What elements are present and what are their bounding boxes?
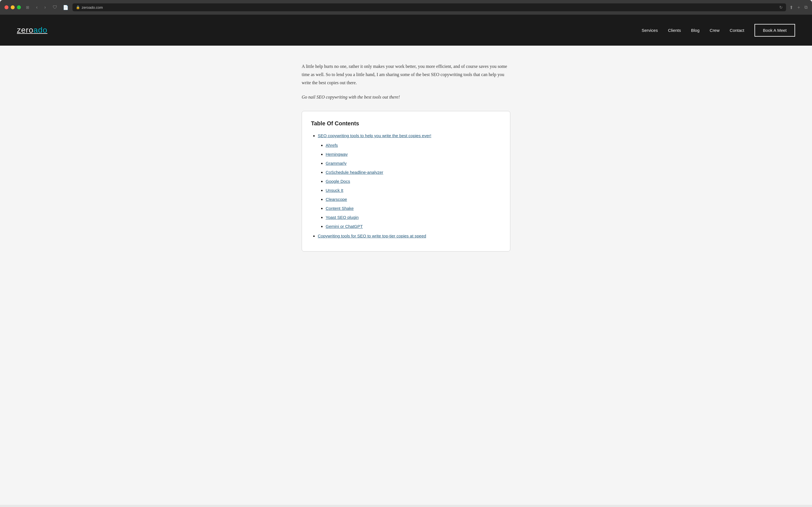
toc-subitem-content-shake: Content Shake (326, 205, 499, 212)
traffic-lights (4, 5, 21, 9)
toc-link-grammarly[interactable]: Grammarly (326, 161, 347, 166)
shield-icon[interactable]: 🛡 (51, 4, 59, 10)
toc-link-clearscope[interactable]: Clearscope (326, 197, 347, 202)
nav-services[interactable]: Services (642, 28, 658, 33)
book-a-meet-button[interactable]: Book A Meet (755, 24, 795, 37)
toc-subitem-hemingway: Hemingway (326, 151, 499, 158)
toc-link-yoast[interactable]: Yoast SEO plugin (326, 215, 359, 220)
toc-subitem-yoast: Yoast SEO plugin (326, 214, 499, 221)
lock-icon: 🔒 (76, 5, 80, 9)
toc-subitem-clearscope: Clearscope (326, 196, 499, 203)
toc-subitem-gemini-chatgpt: Gemini or ChatGPT (326, 223, 499, 230)
browser-titlebar: ⊞ ‹ › 🛡 📄 🔒 zeroado.com ↻ ⬆ ＋ ⧉ (0, 0, 812, 15)
share-button[interactable]: ⬆ (790, 5, 793, 10)
toc-link-hemingway[interactable]: Hemingway (326, 152, 348, 157)
logo-zero: zero (17, 25, 33, 34)
toc-link-unsuck-it[interactable]: Unsuck It (326, 188, 343, 193)
webpage: zeroado Services Clients Blog Crew Conta… (0, 15, 812, 505)
close-button[interactable] (4, 5, 8, 9)
toc-list: SEO copywriting tools to help you write … (311, 132, 499, 239)
sidebar-toggle-button[interactable]: ⊞ (24, 4, 31, 10)
main-content: A little help hurts no one, rather it on… (296, 46, 516, 263)
browser-window: ⊞ ‹ › 🛡 📄 🔒 zeroado.com ↻ ⬆ ＋ ⧉ zeroado (0, 0, 812, 505)
browser-actions: ⬆ ＋ ⧉ (790, 4, 808, 10)
tabs-overview-button[interactable]: ⧉ (804, 5, 808, 10)
logo-ado: ado (33, 25, 47, 34)
new-tab-button[interactable]: ＋ (797, 4, 801, 10)
nav-contact[interactable]: Contact (730, 28, 744, 33)
address-bar-container: 🛡 📄 🔒 zeroado.com ↻ (51, 3, 786, 11)
reader-icon[interactable]: 📄 (61, 4, 70, 11)
toc-title: Table Of Contents (311, 120, 499, 127)
main-navigation: zeroado Services Clients Blog Crew Conta… (0, 15, 812, 46)
nav-blog[interactable]: Blog (691, 28, 700, 33)
toc-subitem-grammarly: Grammarly (326, 160, 499, 167)
toc-item-1: SEO copywriting tools to help you write … (318, 132, 499, 230)
toc-link-copywriting-speed[interactable]: Copywriting tools for SEO to write top-t… (318, 233, 426, 238)
forward-button[interactable]: › (43, 4, 47, 10)
toc-link-google-docs[interactable]: Google Docs (326, 179, 350, 184)
address-text: zeroado.com (82, 5, 103, 10)
nav-clients[interactable]: Clients (668, 28, 681, 33)
toc-subitem-google-docs: Google Docs (326, 178, 499, 185)
table-of-contents: Table Of Contents SEO copywriting tools … (302, 111, 510, 251)
toc-link-seo-tools[interactable]: SEO copywriting tools to help you write … (318, 133, 432, 138)
minimize-button[interactable] (11, 5, 15, 9)
italic-line: Go nail SEO copywriting with the best to… (302, 95, 510, 100)
toc-subitem-coschedule: CoSchedule headline-analyzer (326, 169, 499, 176)
intro-paragraph: A little help hurts no one, rather it on… (302, 62, 510, 87)
address-bar[interactable]: 🔒 zeroado.com ↻ (72, 3, 786, 11)
toc-link-gemini-chatgpt[interactable]: Gemini or ChatGPT (326, 224, 363, 229)
logo[interactable]: zeroado (17, 25, 47, 35)
toc-item-2: Copywriting tools for SEO to write top-t… (318, 233, 499, 239)
toc-link-ahrefs[interactable]: Ahrefs (326, 143, 338, 148)
maximize-button[interactable] (17, 5, 21, 9)
toc-link-content-shake[interactable]: Content Shake (326, 206, 354, 211)
reload-icon[interactable]: ↻ (779, 5, 783, 10)
nav-crew[interactable]: Crew (710, 28, 719, 33)
toc-sublist-1: Ahrefs Hemingway Grammarly CoSchedule he… (318, 142, 499, 230)
toc-subitem-ahrefs: Ahrefs (326, 142, 499, 149)
toc-link-coschedule[interactable]: CoSchedule headline-analyzer (326, 170, 383, 175)
nav-links: Services Clients Blog Crew Contact Book … (642, 24, 795, 37)
back-button[interactable]: ‹ (35, 4, 39, 10)
toc-subitem-unsuck-it: Unsuck It (326, 187, 499, 194)
